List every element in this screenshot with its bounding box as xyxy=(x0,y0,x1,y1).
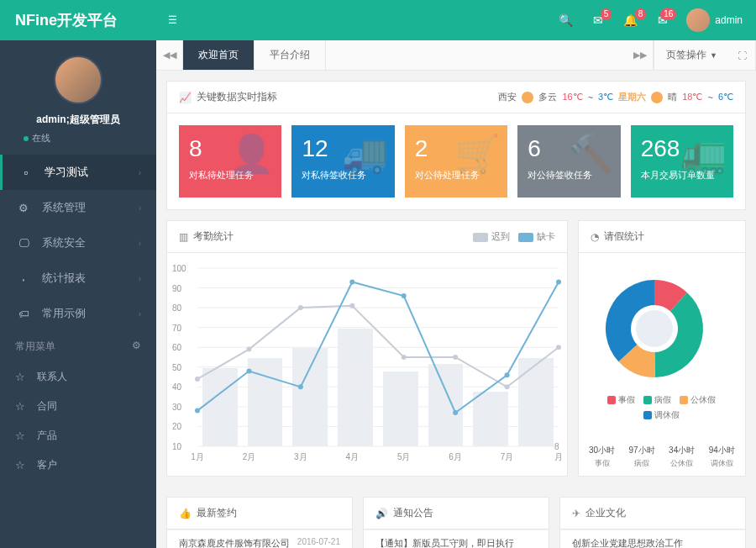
weather-widget: 西安 多云 16℃~3℃ 星期六 晴 18℃~6℃ xyxy=(498,91,733,103)
svg-point-14 xyxy=(402,355,407,360)
svg-point-17 xyxy=(556,345,561,350)
alerts-icon[interactable]: 🔔8 xyxy=(613,13,648,27)
tab-scroll-right-icon[interactable]: ▶▶ xyxy=(627,40,654,70)
weather-high-2: 18℃ xyxy=(682,92,702,103)
list-item[interactable]: 创新企业党建思想政治工作 xyxy=(560,530,745,548)
common-menu-label: 常用菜单 xyxy=(15,340,55,354)
sub-item-3[interactable]: ☆客户 xyxy=(0,451,156,480)
kpi-card-4[interactable]: 268本月交易订单数量🚛 xyxy=(631,125,733,198)
chart-icon: 📈 xyxy=(179,92,192,103)
bar-chart-icon: ▥ xyxy=(179,231,188,243)
list-item[interactable]: 南京森鹿皮件服饰有限公司2016-07-21 xyxy=(167,530,352,548)
star-icon: ☆ xyxy=(15,429,25,442)
brand-logo[interactable]: NFine开发平台 xyxy=(0,10,156,30)
legend-absent: 缺卡 xyxy=(537,231,555,241)
panel-header: 🔊通知公告 xyxy=(364,498,549,530)
donut-legend: 事假病假公休假调休假 xyxy=(596,394,728,421)
weather-cond-2: 晴 xyxy=(668,91,677,103)
weather-day: 星期六 xyxy=(618,91,646,103)
nav-label: 学习测试 xyxy=(45,165,139,180)
username[interactable]: admin xyxy=(715,14,756,26)
kpi-header: 📈 关键数据实时指标 西安 多云 16℃~3℃ 星期六 晴 18℃~6℃ xyxy=(167,82,745,113)
svg-point-10 xyxy=(195,377,200,382)
kpi-title: 关键数据实时指标 xyxy=(197,90,277,104)
svg-point-15 xyxy=(453,355,458,360)
panel-icon: 👍 xyxy=(179,508,192,519)
messages-icon[interactable]: ✉5 xyxy=(583,13,613,27)
nav-label: 统计报表 xyxy=(42,271,139,286)
sub-item-2[interactable]: ☆产品 xyxy=(0,421,156,451)
nav-icon: 🏷 xyxy=(15,308,32,320)
gear-icon[interactable]: ⚙ xyxy=(132,340,141,354)
star-icon: ☆ xyxy=(15,400,25,413)
sub-item-1[interactable]: ☆合同 xyxy=(0,392,156,421)
attendance-title: 考勤统计 xyxy=(193,229,234,244)
item-date: 2016-07-21 xyxy=(297,537,340,548)
card-bg-icon: 🚛 xyxy=(680,132,727,176)
sidebar-toggle-icon[interactable]: ☰ xyxy=(156,14,189,26)
kpi-card-0[interactable]: 8对私待处理任务👤 xyxy=(179,125,281,198)
sidebar: admin;超级管理员 在线 ▫学习测试›⚙系统管理›🖵系统安全›⬪统计报表›🏷… xyxy=(0,40,156,548)
nav-item-2[interactable]: 🖵系统安全› xyxy=(0,225,156,261)
panel-header: ✈企业文化 xyxy=(560,498,745,530)
leave-stat: 30小时事假 xyxy=(582,445,622,469)
nav-icon: ▫ xyxy=(18,166,34,179)
tab-scroll-left-icon[interactable]: ◀◀ xyxy=(156,40,183,70)
chevron-right-icon: › xyxy=(139,309,141,319)
kpi-card-2[interactable]: 2对公待处理任务🛒 xyxy=(405,125,507,198)
sub-item-0[interactable]: ☆联系人 xyxy=(0,362,156,392)
bottom-panel-p2: 🔊通知公告【通知】新版员工守则，即日执行【公告】OA办公使用指南2016-07-… xyxy=(363,497,549,548)
bottom-panel-p1: 👍最新签约南京森鹿皮件服饰有限公司2016-07-21曲靖市绿能燃气运输有限公司… xyxy=(166,497,353,548)
nav-label: 系统安全 xyxy=(42,235,139,250)
card-bg-icon: 👤 xyxy=(228,132,275,176)
kpi-card-1[interactable]: 12对私待签收任务🚚 xyxy=(291,125,394,198)
svg-point-19 xyxy=(246,368,251,373)
avatar[interactable] xyxy=(686,8,710,32)
chevron-down-icon: ▼ xyxy=(710,51,717,60)
attendance-legend: 迟到 缺卡 xyxy=(473,230,555,243)
nav-item-3[interactable]: ⬪统计报表› xyxy=(0,261,156,296)
list-item[interactable]: 【通知】新版员工守则，即日执行 xyxy=(364,530,549,548)
nav-item-0[interactable]: ▫学习测试› xyxy=(0,155,156,190)
nav-item-1[interactable]: ⚙系统管理› xyxy=(0,190,156,225)
leave-stat: 34小时公休假 xyxy=(662,445,702,469)
item-text: 创新企业党建思想政治工作 xyxy=(572,537,683,548)
svg-point-20 xyxy=(298,384,303,389)
panel-icon: 🔊 xyxy=(375,508,388,519)
search-icon[interactable]: 🔍 xyxy=(549,13,583,27)
svg-point-18 xyxy=(195,408,200,414)
profile-name: admin;超级管理员 xyxy=(0,113,156,127)
leave-stats: 30小时事假97小时病假34小时公休假94小时调休假 xyxy=(579,438,745,476)
tab-welcome[interactable]: 欢迎首页 xyxy=(183,40,255,70)
profile-status: 在线 xyxy=(0,132,156,145)
chevron-right-icon: › xyxy=(139,168,141,177)
profile-avatar[interactable] xyxy=(54,55,102,104)
panel-title: 最新签约 xyxy=(197,506,237,520)
alerts-badge: 8 xyxy=(635,8,647,20)
weather-icon-2 xyxy=(651,92,663,103)
tab-intro[interactable]: 平台介绍 xyxy=(255,40,326,70)
weather-city: 西安 xyxy=(498,91,517,103)
leave-stat: 94小时调休假 xyxy=(701,445,742,469)
item-text: 南京森鹿皮件服饰有限公司 xyxy=(179,537,290,548)
pie-chart-icon: ◔ xyxy=(591,231,599,243)
leave-header: ◔ 请假统计 xyxy=(579,221,745,253)
sub-label: 客户 xyxy=(37,458,57,472)
item-text: 【通知】新版员工守则，即日执行 xyxy=(375,537,514,548)
main: ◀◀ 欢迎首页 平台介绍 ▶▶ 页签操作 ▼ ⛶ 📈 关键数据实时指标 西安 多… xyxy=(156,40,756,548)
nav-item-4[interactable]: 🏷常用示例› xyxy=(0,296,156,331)
kpi-card-3[interactable]: 6对公待签收任务🔨 xyxy=(517,125,620,198)
status-text: 在线 xyxy=(32,133,50,143)
tab-operations[interactable]: 页签操作 ▼ xyxy=(654,40,729,70)
svg-point-13 xyxy=(349,303,354,308)
weather-high-1: 16℃ xyxy=(562,92,582,103)
star-icon: ☆ xyxy=(15,459,25,472)
nav-icon: 🖵 xyxy=(15,237,32,250)
weather-low-1: 3℃ xyxy=(598,92,613,103)
card-bg-icon: 🛒 xyxy=(454,132,501,176)
svg-point-23 xyxy=(453,410,458,415)
tab-fullscreen-icon[interactable]: ⛶ xyxy=(729,40,756,70)
chevron-right-icon: › xyxy=(139,203,141,213)
mail-icon[interactable]: ✉16 xyxy=(648,13,678,27)
tabs-bar: ◀◀ 欢迎首页 平台介绍 ▶▶ 页签操作 ▼ ⛶ xyxy=(156,40,756,71)
